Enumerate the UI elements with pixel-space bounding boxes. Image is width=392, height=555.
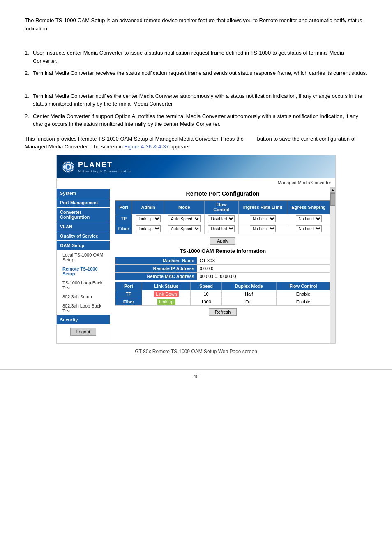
flow-tp-select[interactable]: Disabled <box>208 215 235 222</box>
table-row-tp: TP Link Up Auto Speed <box>115 214 330 224</box>
ingress-fiber-select[interactable]: No Limit <box>250 225 276 232</box>
ps-col-port: Port <box>115 282 142 290</box>
list-text-1-1: User instructs center Media Converter to… <box>33 49 367 65</box>
list-item-1-1: 1. User instructs center Media Converter… <box>25 49 367 65</box>
remote-mac-value: 00.00.00.00.00.00 <box>197 272 330 280</box>
status-down-badge: Link Down <box>154 291 178 297</box>
sidebar-item-port-management[interactable]: Port Management <box>57 198 110 207</box>
ps-col-link: Link Status <box>142 282 191 290</box>
egress-tp-select[interactable]: No Limit <box>296 215 322 222</box>
admin-fiber-select[interactable]: Link Up <box>136 225 161 232</box>
sidebar: System Port Management Converter Configu… <box>57 187 110 343</box>
list-num-2-1: 1. <box>25 92 33 108</box>
refresh-button[interactable]: Refresh <box>209 308 237 316</box>
list-item-2-1: 1. Terminal Media Converter notifies the… <box>25 92 367 108</box>
logout-button[interactable]: Logout <box>70 328 97 336</box>
egress-tp: No Limit <box>287 214 330 224</box>
ps-port-tp: TP <box>115 290 142 298</box>
screenshot-caption: GT-80x Remote TS-1000 OAM Setup Web Page… <box>25 349 367 354</box>
sidebar-item-loopback[interactable]: TS-1000 Loop Back Test <box>57 278 110 292</box>
ingress-tp-select[interactable]: No Limit <box>250 215 276 222</box>
sidebar-item-remote-ts1000[interactable]: Remote TS-1000 Setup <box>57 264 110 278</box>
ps-duplex-fiber: Full <box>221 298 276 305</box>
col-header-egress: Egress Shaping <box>287 200 330 214</box>
sidebar-item-local-oam[interactable]: Local TS-1000 OAM Setup <box>57 250 110 264</box>
list-num-2-2: 2. <box>25 112 33 128</box>
egress-fiber: No Limit <box>287 224 330 234</box>
flow-fiber: Disabled <box>204 224 238 234</box>
figure-link[interactable]: Figure 4-36 & 4-37 <box>125 143 169 150</box>
machine-name-label: Machine Name <box>115 257 197 264</box>
flow-fiber-select[interactable]: Disabled <box>208 225 235 232</box>
intro-paragraph1: The Remote TS-1000 OAM Setup is an advan… <box>25 16 367 32</box>
ps-flow-tp: Enable <box>276 290 330 298</box>
remote-ip-value: 0.0.0.0 <box>197 264 330 272</box>
planet-logo: PLANET Networking & Communication <box>61 160 132 174</box>
sidebar-item-system[interactable]: System <box>57 189 110 198</box>
scroll-bar[interactable]: ▲ <box>330 187 335 343</box>
col-header-port: Port <box>115 200 132 214</box>
flow-tp: Disabled <box>204 214 238 224</box>
section-title: Remote Port Configuration <box>115 190 330 197</box>
sidebar-item-oam[interactable]: OAM Setup <box>57 241 110 250</box>
main-layout: System Port Management Converter Configu… <box>57 187 335 343</box>
list-section-2: 1. Terminal Media Converter notifies the… <box>25 92 367 128</box>
info-row-remote-mac: Remote MAC Address 00.00.00.00.00.00 <box>115 272 330 280</box>
ui-screenshot: PLANET Networking & Communication Manage… <box>56 155 336 344</box>
list-num-1-2: 2. <box>25 69 33 77</box>
sidebar-item-802-3ah-loop[interactable]: 802.3ah Loop Back Test <box>57 301 110 315</box>
sidebar-item-qos[interactable]: Quality of Service <box>57 231 110 240</box>
admin-fiber: Link Up <box>132 224 164 234</box>
page-footer: -45- <box>0 369 392 384</box>
egress-fiber-select[interactable]: No Limit <box>296 225 322 232</box>
scroll-thumb[interactable] <box>330 193 335 206</box>
ps-duplex-tp: Half <box>221 290 276 298</box>
page-number: -45- <box>191 374 200 379</box>
table-row-fiber: Fiber Link Up Auto Speed <box>115 224 330 234</box>
main-content-area: ▲ Remote Port Configuration Port Admin M… <box>110 187 335 343</box>
ps-port-fiber: Fiber <box>115 298 142 305</box>
ps-row-tp: TP Link Down 10 Half Enable <box>115 290 330 298</box>
planet-name: PLANET <box>78 161 132 169</box>
col-header-flow: FlowControl <box>204 200 238 214</box>
port-fiber: Fiber <box>115 224 132 234</box>
port-config-table: Port Admin Mode FlowControl Ingress Rate… <box>115 200 330 234</box>
ps-col-flow: Flow Control <box>276 282 330 290</box>
sidebar-item-802-3ah[interactable]: 802.3ah Setup <box>57 292 110 301</box>
remote-mac-label: Remote MAC Address <box>115 272 197 280</box>
mode-fiber-select[interactable]: Auto Speed <box>168 225 201 232</box>
list-item-1-2: 2. Terminal Media Converter receives the… <box>25 69 367 77</box>
admin-tp-select[interactable]: Link Up <box>136 215 161 222</box>
ps-speed-tp: 10 <box>191 290 221 298</box>
port-tp: TP <box>115 214 132 224</box>
admin-tp: Link Up <box>132 214 164 224</box>
sidebar-item-converter-config[interactable]: Converter Configuration <box>57 208 110 222</box>
planet-logo-icon <box>61 160 76 174</box>
port-status-table: Port Link Status Speed Duplex Mode Flow … <box>115 282 330 306</box>
svg-point-3 <box>67 165 70 169</box>
planet-logo-text-group: PLANET Networking & Communication <box>78 161 132 173</box>
ps-speed-fiber: 1000 <box>191 298 221 305</box>
list-item-2-2: 2. Center Media Converter if support Opt… <box>25 112 367 128</box>
remote-ip-label: Remote IP Address <box>115 264 197 272</box>
list-text-1-2: Terminal Media Converter receives the st… <box>33 69 367 77</box>
ingress-fiber: No Limit <box>238 224 287 234</box>
sidebar-item-vlan[interactable]: VLAN <box>57 222 110 231</box>
ingress-tp: No Limit <box>238 214 287 224</box>
list-text-2-2: Center Media Converter if support Option… <box>33 112 367 128</box>
apply-button[interactable]: Apply <box>210 237 235 245</box>
ps-status-fiber: Link up <box>142 298 191 305</box>
title-bar: Managed Media Converter <box>57 178 335 187</box>
planet-subtitle: Networking & Communication <box>78 169 132 173</box>
info-row-machine: Machine Name GT-80X <box>115 257 330 264</box>
machine-name-value: GT-80X <box>197 257 330 264</box>
save-note: This function provides Remote TS-1000 OA… <box>25 135 367 151</box>
sidebar-item-security[interactable]: Security <box>57 315 110 324</box>
ps-status-tp: Link Down <box>142 290 191 298</box>
mode-tp: Auto Speed <box>164 214 204 224</box>
col-header-admin: Admin <box>132 200 164 214</box>
mode-tp-select[interactable]: Auto Speed <box>168 215 201 222</box>
ps-flow-fiber: Enable <box>276 298 330 305</box>
list-section-1: 1. User instructs center Media Converter… <box>25 49 367 77</box>
scroll-up-arrow[interactable]: ▲ <box>330 187 335 193</box>
